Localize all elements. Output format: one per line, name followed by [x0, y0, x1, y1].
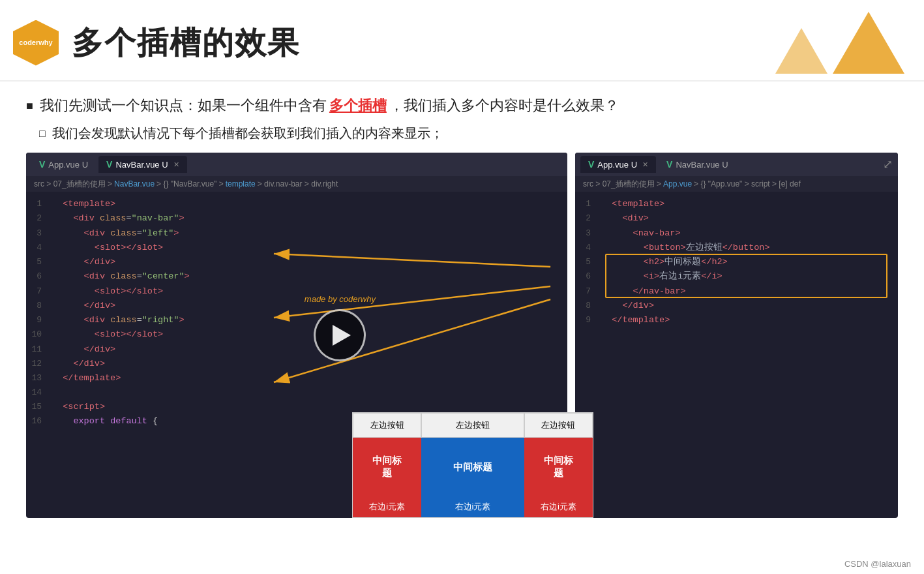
logo-text: coderwhy: [19, 38, 52, 47]
code-line: 9 <div class="right">: [26, 313, 567, 327]
page-title: 多个插槽的效果: [72, 22, 300, 64]
preview-cell-top-right: 左边按钮: [524, 413, 593, 438]
preview-bot-cell-center: 右边i元素: [421, 496, 524, 517]
code-line: 1 <template>: [575, 197, 898, 211]
panels-container: V App.vue U V NavBar.vue U ✕ src > 07_插槽…: [26, 153, 898, 518]
intro-sub-text: 我们会发现默认情况下每个插槽都会获取到我们插入的内容来显示；: [52, 125, 443, 142]
code-line: 8 </div>: [575, 299, 898, 313]
preview-bot-cell-left: 右边i元素: [353, 496, 421, 517]
deco-triangle-large: [833, 12, 904, 74]
preview-mid-cell-right: 中间标 题: [524, 438, 593, 496]
code-line: 2 <div>: [575, 211, 898, 226]
preview-cell-top-left: 左边按钮: [353, 413, 421, 438]
left-tab1-label: App.vue U: [48, 160, 88, 170]
video-overlay: made by coderwhy: [301, 289, 379, 367]
right-tab-bar: V App.vue U ✕ V NavBar.vue U ⤢: [575, 153, 898, 176]
preview-cell-top-center: 左边按钮: [421, 413, 524, 438]
code-line-slot1: 4 <slot></slot>: [26, 241, 567, 255]
intro-line-1: 我们先测试一个知识点：如果一个组件中含有 多个插槽 ，我们插入多个内容时是什么效…: [26, 96, 898, 115]
left-breadcrumb-rest: > {} "NavBar.vue" >: [156, 179, 224, 189]
code-line: 6 <div class="center">: [26, 269, 567, 284]
code-line: 3 <div class="left">: [26, 226, 567, 241]
right-breadcrumb: src > 07_插槽的使用 > App.vue > {} "App.vue" …: [575, 176, 898, 192]
left-breadcrumb-template: template: [226, 179, 256, 189]
code-line: 13 </template>: [26, 371, 567, 385]
intro-text-suffix: ，我们插入多个内容时是什么效果？: [389, 96, 619, 115]
left-tab-navbarvue[interactable]: V NavBar.vue U ✕: [98, 156, 187, 173]
left-tab2-label: NavBar.vue U: [115, 160, 168, 170]
expand-icon[interactable]: ⤢: [883, 157, 893, 172]
right-tab-appvue[interactable]: V App.vue U ✕: [580, 156, 656, 173]
left-breadcrumb: src > 07_插槽的使用 > NavBar.vue > {} "NavBar…: [26, 176, 567, 192]
vue-icon: V: [39, 159, 45, 170]
deco-triangle-small: [775, 28, 827, 74]
code-line: 12 </div>: [26, 357, 567, 371]
vue-icon-2: V: [106, 159, 112, 170]
vue-icon-4: V: [666, 159, 672, 170]
code-line: 1 <template>: [26, 197, 567, 211]
play-button[interactable]: [314, 309, 366, 361]
left-tab-appvue[interactable]: V App.vue U: [31, 156, 96, 173]
preview-mid-row: 中间标 题 中间标题 中间标 题: [353, 438, 593, 496]
code-line: 3 <nav-bar>: [575, 226, 898, 241]
orange-highlight-box: [605, 254, 887, 298]
preview-mid-cell-center: 中间标题: [421, 438, 524, 496]
code-line: 5 </div>: [26, 255, 567, 269]
left-breadcrumb-file: NavBar.vue: [114, 179, 155, 189]
right-tab-navbarvue[interactable]: V NavBar.vue U: [659, 156, 736, 173]
right-tab1-close[interactable]: ✕: [642, 160, 648, 169]
header-decoration: [775, 12, 904, 74]
vue-icon-3: V: [588, 159, 594, 170]
code-line-slot2: 7 <slot></slot>: [26, 284, 567, 299]
left-breadcrumb-text: src > 07_插槽的使用 >: [34, 179, 112, 190]
video-watermark: made by coderwhy: [305, 294, 376, 304]
play-icon: [333, 325, 351, 346]
code-line-slot3: 10 <slot></slot>: [26, 327, 567, 342]
preview-bot-cell-right: 右边i元素: [524, 496, 593, 517]
main-content: 我们先测试一个知识点：如果一个组件中含有 多个插槽 ，我们插入多个内容时是什么效…: [0, 82, 924, 524]
preview-bottom-row: 右边i元素 右边i元素 右边i元素: [353, 496, 593, 517]
left-breadcrumb-path: > div.nav-bar > div.right: [258, 179, 338, 189]
intro-highlight: 多个插槽: [329, 96, 387, 115]
header: coderwhy 多个插槽的效果: [0, 0, 924, 82]
logo: coderwhy: [13, 20, 59, 66]
preview-box: 左边按钮 左边按钮 左边按钮 中间标 题 中间标题 中间标 题 右边i元素: [352, 412, 593, 518]
left-code-area: 1 <template> 2 <div class="nav-bar"> 3 <…: [26, 192, 567, 434]
right-tab2-label: NavBar.vue U: [676, 160, 728, 170]
preview-top-row: 左边按钮 左边按钮 左边按钮: [353, 413, 593, 438]
code-line: 9 </template>: [575, 313, 898, 327]
intro-text-prefix: 我们先测试一个知识点：如果一个组件中含有: [40, 96, 327, 115]
right-code-panel: V App.vue U ✕ V NavBar.vue U ⤢ src > 07_…: [575, 153, 898, 518]
right-breadcrumb-file: App.vue: [663, 179, 692, 189]
code-line: 14: [26, 385, 567, 399]
right-tab1-label: App.vue U: [597, 160, 637, 170]
code-line: 2 <div class="nav-bar">: [26, 211, 567, 226]
left-tab2-close[interactable]: ✕: [173, 160, 179, 169]
left-tab-bar: V App.vue U V NavBar.vue U ✕: [26, 153, 567, 176]
right-breadcrumb-text: src > 07_插槽的使用 >: [583, 179, 661, 190]
code-line-button: 4 <button>左边按钮</button>: [575, 241, 898, 255]
preview-mid-cell-left: 中间标 题: [353, 438, 421, 496]
right-breadcrumb-rest: > {} "App.vue" > script > [e] def: [694, 179, 801, 189]
code-line: 11 </div>: [26, 342, 567, 357]
footer-watermark: CSDN @lalaxuan: [844, 559, 911, 569]
code-line: 8 </div>: [26, 299, 567, 313]
intro-line-2: 我们会发现默认情况下每个插槽都会获取到我们插入的内容来显示；: [26, 125, 898, 142]
